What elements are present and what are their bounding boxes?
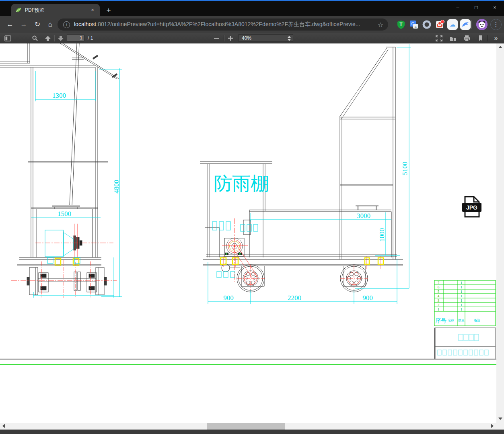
reload-button[interactable]: ↻	[32, 19, 43, 30]
window-bottom-edge	[0, 430, 504, 434]
jpg-file-icon: JPG	[462, 197, 481, 217]
pdf-toolbar-divider	[488, 35, 488, 41]
scroll-left-arrow-icon[interactable]	[2, 424, 5, 428]
minimize-button[interactable]: –	[450, 2, 466, 14]
bom-header-name: 名称	[448, 319, 454, 322]
pdf-open-file-icon[interactable]	[448, 35, 457, 42]
horizontal-scrollbar-thumb[interactable]	[207, 423, 285, 430]
bom-seq: 7	[438, 281, 440, 285]
maximize-button[interactable]: □	[468, 2, 484, 14]
browser-tab[interactable]: PDF预览 ×	[11, 4, 100, 16]
url-text: localhost:8012/onlinePreview?url=http%3A…	[74, 21, 378, 28]
scroll-right-arrow-icon[interactable]	[491, 424, 494, 428]
bom-header-qty: 数量	[458, 319, 465, 322]
extension-cloud-icon[interactable]: ☁	[447, 19, 458, 30]
title-glyph-boxes	[438, 334, 488, 355]
dim-4800: 4800	[113, 180, 120, 193]
bookmark-star-icon[interactable]: ☆	[378, 21, 383, 29]
bom-qty: 1	[461, 281, 463, 285]
extension-bird-icon[interactable]	[460, 19, 471, 30]
bom-qty: 1	[461, 290, 463, 294]
pdf-toolbar: / 1 40% »	[0, 33, 504, 43]
scroll-up-arrow-icon[interactable]	[498, 46, 502, 48]
dimension-labels: 1300 4800 1500 防雨棚 3000 1000 5100 900 22…	[52, 92, 409, 302]
tab-close-button[interactable]: ×	[89, 6, 96, 14]
dim-3000: 3000	[357, 212, 370, 220]
leaf-favicon-icon	[15, 7, 22, 13]
browser-menu-button[interactable]: ⋮	[490, 19, 502, 30]
rail-clamps	[55, 258, 383, 265]
toolbar-divider	[471, 20, 472, 29]
cad-drawing: 1300 4800 1500 防雨棚 3000 1000 5100 900 22…	[0, 43, 496, 423]
dim-1500: 1500	[58, 210, 71, 218]
bom-seq: 2	[438, 303, 440, 307]
pdf-zoom-in-icon[interactable]	[226, 35, 235, 42]
pulley	[225, 238, 243, 255]
bom-seq: 4	[438, 294, 440, 298]
site-info-icon[interactable]: i	[63, 21, 70, 28]
cad-glyph-boxes	[212, 222, 258, 278]
pdf-page-down-icon[interactable]	[56, 35, 65, 42]
pdf-toolbar-divider	[224, 35, 224, 41]
tab-title: PDF预览	[25, 7, 89, 14]
front-view-structure	[0, 43, 119, 295]
pdf-zoom-value: 40%	[242, 35, 251, 41]
centerlines	[11, 218, 380, 298]
bom-qty: 1	[461, 285, 463, 289]
dim-1300: 1300	[52, 92, 66, 99]
pdf-presentation-icon[interactable]	[434, 35, 443, 42]
jpg-label: JPG	[466, 204, 477, 211]
extension-tools-badged-icon[interactable]	[434, 19, 445, 30]
side-view-structure	[200, 47, 403, 292]
title-block: 7 1 6 1 5 1 4 1 3 1 2 1 1 1 序号 名称 数量 备注	[434, 280, 496, 359]
bom-header-seq: 序号	[435, 317, 446, 324]
bom-qty: 1	[461, 307, 463, 311]
dim-900-left: 900	[223, 294, 234, 302]
shelter-label: 防雨棚	[214, 173, 269, 194]
pdf-toolbar-divider	[54, 35, 55, 41]
dim-2200: 2200	[288, 294, 301, 302]
dim-1000: 1000	[378, 228, 386, 242]
pdf-bookmark-icon[interactable]	[476, 35, 485, 42]
browser-window: PDF预览 × + – □ × ← → ↻ ⌂ i localhost:8012…	[0, 0, 504, 434]
horizontal-scrollbar[interactable]	[0, 423, 496, 430]
bom-seq: 5	[438, 290, 440, 294]
bom-seq: 6	[438, 285, 440, 289]
bom-qty: 1	[461, 303, 463, 307]
svg-text:a: a	[414, 25, 416, 29]
pdf-print-icon[interactable]	[462, 35, 471, 42]
pdf-zoom-out-icon[interactable]	[212, 35, 221, 42]
bom-qty: 1	[461, 298, 463, 302]
new-tab-button[interactable]: +	[104, 6, 113, 15]
svg-text:T: T	[399, 22, 403, 27]
home-button[interactable]: ⌂	[45, 19, 56, 30]
extension-ring-icon[interactable]	[422, 19, 432, 30]
vertical-scrollbar[interactable]	[496, 43, 504, 423]
profile-avatar[interactable]	[476, 19, 488, 30]
extension-translate-icon[interactable]: G a	[409, 19, 419, 30]
bom-qty: 1	[461, 294, 463, 298]
scroll-down-arrow-icon[interactable]	[498, 418, 502, 420]
pdf-find-icon[interactable]	[31, 35, 39, 42]
close-button[interactable]: ×	[487, 2, 503, 14]
bom-seq: 1	[438, 307, 440, 311]
select-spinner-icon	[287, 35, 291, 41]
bom-seq: 3	[438, 298, 440, 302]
pdf-zoom-select[interactable]: 40%	[238, 34, 293, 42]
pdf-sidebar-toggle-icon[interactable]	[3, 35, 12, 42]
forward-button[interactable]: →	[19, 19, 29, 30]
extension-tampermonkey-icon[interactable]: T	[396, 19, 406, 30]
dim-900-right: 900	[362, 294, 373, 302]
pdf-tools-more-icon[interactable]: »	[492, 35, 500, 42]
bom-header-notes: 备注	[474, 319, 480, 322]
back-button[interactable]: ←	[5, 19, 15, 30]
dim-5100: 5100	[401, 162, 409, 175]
pdf-page-count: / 1	[88, 35, 93, 41]
pdf-page-up-icon[interactable]	[43, 35, 52, 42]
scrollbar-corner	[496, 423, 504, 430]
pdf-page-input[interactable]	[67, 34, 84, 41]
pdf-page-canvas: 1300 4800 1500 防雨棚 3000 1000 5100 900 22…	[0, 43, 496, 423]
window-titlebar: PDF预览 × + – □ ×	[0, 1, 504, 16]
address-bar[interactable]: i localhost:8012/onlinePreview?url=http%…	[58, 19, 388, 31]
url-path: :8012/onlinePreview?url=http%3A%2F%2Floc…	[96, 21, 360, 27]
